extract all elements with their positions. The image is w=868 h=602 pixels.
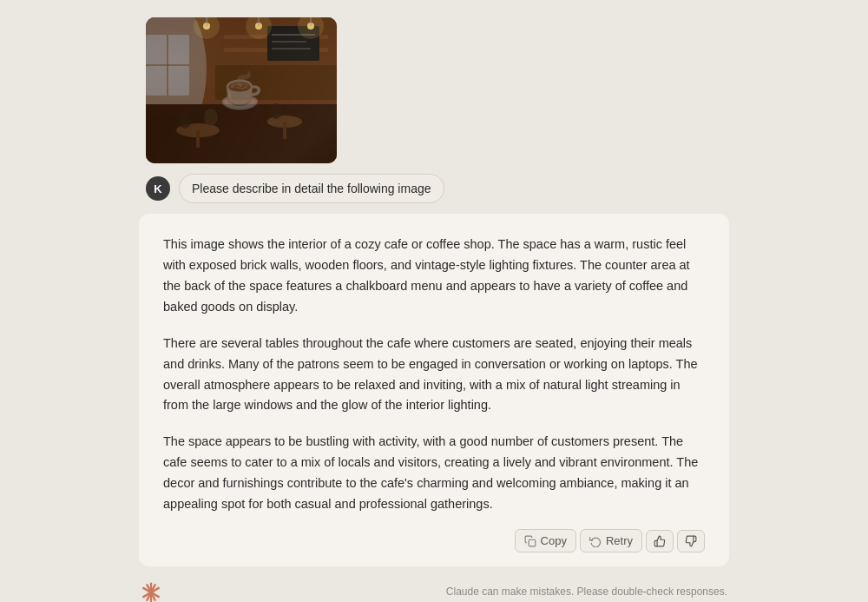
svg-rect-6 — [215, 65, 337, 100]
claude-icon-row: Claude can make mistakes. Please double-… — [139, 580, 729, 602]
cafe-image — [146, 17, 337, 163]
user-bubble: Please describe in detail the following … — [179, 174, 444, 203]
avatar: K — [146, 176, 170, 201]
user-message-text: Please describe in detail the following … — [192, 182, 431, 195]
claude-logo — [139, 580, 163, 602]
disclaimer-text: Claude can make mistakes. Please double-… — [172, 580, 729, 598]
retry-icon — [589, 535, 602, 547]
response-paragraph-3: The space appears to be bustling with ac… — [163, 432, 705, 515]
svg-point-20 — [270, 103, 282, 119]
response-text: This image shows the interior of a cozy … — [163, 235, 705, 515]
user-message: K Please describe in detail the followin… — [146, 174, 729, 203]
response-paragraph-1: This image shows the interior of a cozy … — [163, 235, 705, 318]
cafe-image-visual — [146, 17, 337, 163]
thumbs-up-button[interactable] — [646, 530, 674, 552]
svg-rect-30 — [529, 539, 536, 546]
response-paragraph-2: There are several tables throughout the … — [163, 334, 705, 417]
copy-label: Copy — [541, 534, 567, 547]
svg-rect-13 — [146, 104, 337, 163]
chat-container: K Please describe in detail the followin… — [139, 17, 729, 602]
svg-rect-17 — [283, 122, 286, 139]
bottom-area: Claude can make mistakes. Please double-… — [139, 580, 729, 602]
copy-button[interactable]: Copy — [515, 529, 576, 552]
svg-point-19 — [204, 109, 218, 126]
claude-asterisk-icon — [139, 580, 163, 602]
retry-button[interactable]: Retry — [580, 529, 642, 552]
copy-icon — [524, 535, 536, 547]
assistant-response: This image shows the interior of a cozy … — [139, 214, 729, 566]
thumbs-up-icon — [654, 535, 666, 547]
thumbs-down-button[interactable] — [677, 530, 705, 552]
thumbs-down-icon — [685, 535, 697, 547]
svg-point-18 — [178, 111, 192, 129]
action-buttons: Copy Retry — [163, 526, 705, 552]
svg-rect-15 — [196, 130, 200, 148]
retry-label: Retry — [606, 534, 633, 547]
